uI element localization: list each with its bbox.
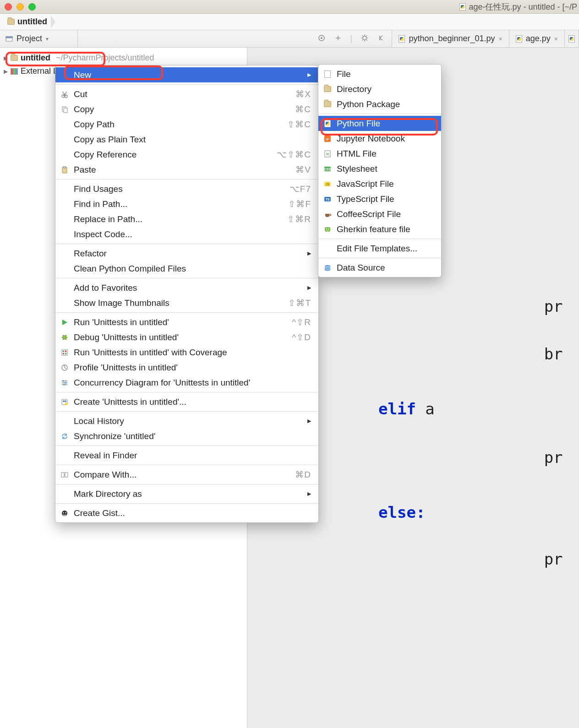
coverage-icon xyxy=(60,349,69,356)
menu-item-concurrency-diagram-for-unittests-in-untitled[interactable]: Concurrency Diagram for 'Unittests in un… xyxy=(55,375,318,390)
compare-icon xyxy=(60,471,69,478)
menu-item-clean-python-compiled-files[interactable]: Clean Python Compiled Files xyxy=(55,261,318,276)
collapse-icon[interactable] xyxy=(334,34,342,43)
close-icon[interactable]: × xyxy=(554,35,558,43)
menu-separator xyxy=(55,278,318,278)
breadcrumb-root[interactable]: untitled xyxy=(5,15,53,28)
menu-label: Clean Python Compiled Files xyxy=(74,264,311,274)
submenu-item-stylesheet[interactable]: CSSStylesheet xyxy=(318,161,441,176)
submenu-label: File xyxy=(337,69,351,79)
menu-item-run-unittests-in-untitled-with-coverage[interactable]: Run 'Unittests in untitled' with Coverag… xyxy=(55,345,318,360)
menu-item-mark-directory-as[interactable]: Mark Directory as xyxy=(55,486,318,501)
menu-item-copy-path[interactable]: Copy Path⇧⌘C xyxy=(55,117,318,132)
concurrency-icon xyxy=(60,379,69,386)
gear-icon[interactable] xyxy=(361,34,369,43)
hide-icon[interactable] xyxy=(377,34,385,43)
menu-item-copy-as-plain-text[interactable]: Copy as Plain Text xyxy=(55,132,318,147)
tree-node-untitled[interactable]: ▶ untitled ~/PycharmProjects/untitled xyxy=(3,51,244,65)
ts-icon: TS xyxy=(323,196,332,203)
pyfile-icon xyxy=(323,120,332,127)
menu-label: Run 'Unittests in untitled' xyxy=(74,317,287,327)
menu-label: Profile 'Unittests in untitled' xyxy=(74,363,311,373)
submenu-item-python-file[interactable]: Python File xyxy=(318,116,441,131)
submenu-item-data-source[interactable]: Data Source xyxy=(318,260,441,275)
menu-label: Add to Favorites xyxy=(74,283,303,293)
tab-python-beginner[interactable]: python_beginner_01.py × xyxy=(392,30,509,47)
folder-icon xyxy=(11,55,18,61)
submenu-label: Edit File Templates... xyxy=(337,244,417,254)
menu-item-copy[interactable]: Copy⌘C xyxy=(55,102,318,117)
submenu-item-typescript-file[interactable]: TSTypeScript File xyxy=(318,191,441,206)
menu-item-create-gist[interactable]: Create Gist... xyxy=(55,505,318,521)
menu-item-copy-reference[interactable]: Copy Reference⌥⇧⌘C xyxy=(55,147,318,162)
submenu-label: HTML File xyxy=(337,149,377,159)
submenu-item-file[interactable]: File xyxy=(318,66,441,81)
submenu-item-directory[interactable]: Directory xyxy=(318,81,441,97)
svg-rect-17 xyxy=(65,353,66,354)
submenu-label: Directory xyxy=(337,84,371,94)
submenu-item-javascript-file[interactable]: JSJavaScript File xyxy=(318,176,441,191)
python-file-icon xyxy=(516,35,522,43)
menu-item-create-unittests-in-untitled[interactable]: Create 'Unittests in untitled'... xyxy=(55,394,318,409)
submenu-item-jupyter-notebook[interactable]: IPJupyter Notebook xyxy=(318,131,441,146)
menu-item-show-image-thumbnails[interactable]: Show Image Thumbnails⇧⌘T xyxy=(55,295,318,310)
svg-point-3 xyxy=(321,37,322,39)
menu-item-new[interactable]: New xyxy=(55,67,318,82)
svg-point-12 xyxy=(62,335,67,340)
submenu-label: Python File xyxy=(337,119,380,129)
close-window-button[interactable] xyxy=(5,3,12,11)
menu-item-debug-unittests-in-untitled[interactable]: Debug 'Unittests in untitled'^⇧D xyxy=(55,330,318,345)
menu-item-profile-unittests-in-untitled[interactable]: Profile 'Unittests in untitled' xyxy=(55,360,318,375)
tree-label: untitled xyxy=(21,53,50,63)
menu-label: Copy Path xyxy=(74,120,283,130)
python-file-icon xyxy=(399,35,405,43)
menu-separator xyxy=(55,484,318,484)
target-icon[interactable] xyxy=(317,34,326,43)
close-icon[interactable]: × xyxy=(499,35,503,43)
tab-more[interactable] xyxy=(565,30,579,47)
menu-item-reveal-in-finder[interactable]: Reveal in Finder xyxy=(55,448,318,463)
submenu-label: Python Package xyxy=(337,99,400,109)
coffee-icon xyxy=(323,211,332,218)
svg-text:H: H xyxy=(326,152,328,156)
gherkin-icon xyxy=(323,226,332,233)
menu-item-inspect-code[interactable]: Inspect Code... xyxy=(55,227,318,242)
svg-rect-24 xyxy=(61,473,64,477)
menu-item-paste[interactable]: Paste⌘V xyxy=(55,162,318,177)
python-file-icon xyxy=(459,3,466,11)
svg-point-41 xyxy=(328,228,329,229)
menu-item-find-usages[interactable]: Find Usages⌥F7 xyxy=(55,181,318,196)
menu-separator xyxy=(55,392,318,392)
svg-point-23 xyxy=(65,402,68,405)
menu-item-compare-with[interactable]: Compare With...⌘D xyxy=(55,467,318,482)
folder-icon xyxy=(7,19,15,25)
submenu-item-edit-file-templates[interactable]: Edit File Templates... xyxy=(318,241,441,256)
menu-item-replace-in-path[interactable]: Replace in Path...⇧⌘R xyxy=(55,212,318,227)
menu-item-synchronize-untitled[interactable]: Synchronize 'untitled' xyxy=(55,429,318,444)
submenu-item-coffeescript-file[interactable]: CoffeeScript File xyxy=(318,206,441,222)
menu-item-cut[interactable]: Cut⌘X xyxy=(55,87,318,102)
submenu-item-html-file[interactable]: HHTML File xyxy=(318,146,441,161)
maximize-window-button[interactable] xyxy=(28,3,36,11)
menu-item-refactor[interactable]: Refactor xyxy=(55,246,318,261)
expand-icon[interactable]: ▶ xyxy=(4,68,8,75)
expand-icon[interactable]: ▶ xyxy=(4,55,8,61)
new-submenu: FileDirectoryPython PackagePython FileIP… xyxy=(318,64,442,277)
menu-label: Inspect Code... xyxy=(74,229,311,239)
menu-label: Reveal in Finder xyxy=(74,451,311,461)
ipynb-icon: IP xyxy=(323,135,332,142)
menu-item-find-in-path[interactable]: Find in Path...⇧⌘F xyxy=(55,196,318,212)
menu-shortcut: ⌥F7 xyxy=(290,184,311,194)
menu-label: Local History xyxy=(74,416,303,426)
tab-age[interactable]: age.py × xyxy=(509,30,565,47)
submenu-item-gherkin-feature-file[interactable]: Gherkin feature file xyxy=(318,222,441,237)
project-view-selector[interactable]: Project ▾ xyxy=(0,30,78,47)
submenu-label: CoffeeScript File xyxy=(337,209,401,219)
minimize-window-button[interactable] xyxy=(16,3,24,11)
menu-item-add-to-favorites[interactable]: Add to Favorites xyxy=(55,280,318,295)
svg-rect-13 xyxy=(62,350,67,355)
submenu-item-python-package[interactable]: Python Package xyxy=(318,97,441,112)
menu-item-run-unittests-in-untitled[interactable]: Run 'Unittests in untitled'^⇧R xyxy=(55,315,318,330)
menu-item-local-history[interactable]: Local History xyxy=(55,413,318,429)
menu-label: Create Gist... xyxy=(74,508,311,518)
